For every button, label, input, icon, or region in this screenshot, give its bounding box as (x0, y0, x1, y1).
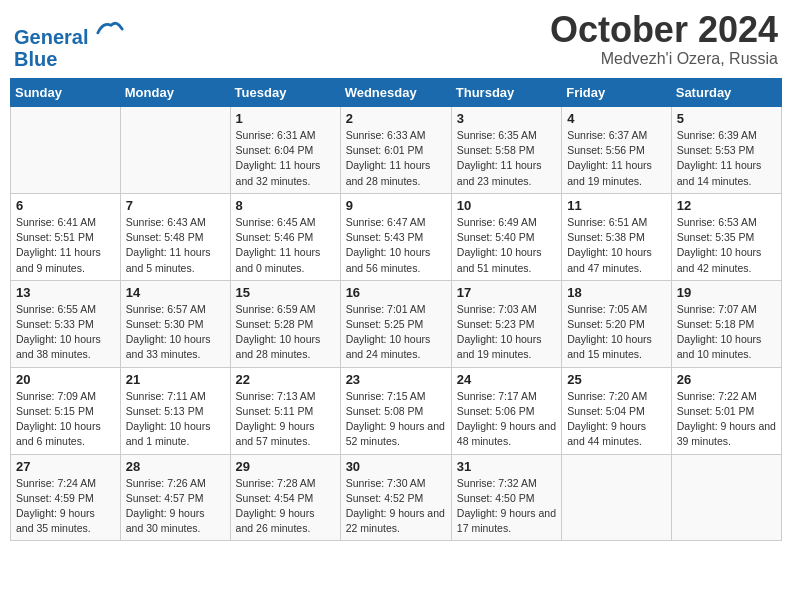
day-info: Sunrise: 7:13 AM Sunset: 5:11 PM Dayligh… (236, 389, 335, 450)
column-header-wednesday: Wednesday (340, 79, 451, 107)
calendar-cell: 16Sunrise: 7:01 AM Sunset: 5:25 PM Dayli… (340, 280, 451, 367)
day-info: Sunrise: 6:45 AM Sunset: 5:46 PM Dayligh… (236, 215, 335, 276)
calendar-cell: 18Sunrise: 7:05 AM Sunset: 5:20 PM Dayli… (562, 280, 672, 367)
day-info: Sunrise: 7:01 AM Sunset: 5:25 PM Dayligh… (346, 302, 446, 363)
day-number: 6 (16, 198, 115, 213)
calendar-cell: 13Sunrise: 6:55 AM Sunset: 5:33 PM Dayli… (11, 280, 121, 367)
column-header-sunday: Sunday (11, 79, 121, 107)
day-number: 26 (677, 372, 776, 387)
calendar-cell: 21Sunrise: 7:11 AM Sunset: 5:13 PM Dayli… (120, 367, 230, 454)
day-number: 14 (126, 285, 225, 300)
day-number: 5 (677, 111, 776, 126)
day-info: Sunrise: 6:59 AM Sunset: 5:28 PM Dayligh… (236, 302, 335, 363)
day-number: 21 (126, 372, 225, 387)
calendar-cell: 3Sunrise: 6:35 AM Sunset: 5:58 PM Daylig… (451, 107, 561, 194)
calendar-cell: 27Sunrise: 7:24 AM Sunset: 4:59 PM Dayli… (11, 454, 121, 541)
week-row-5: 27Sunrise: 7:24 AM Sunset: 4:59 PM Dayli… (11, 454, 782, 541)
calendar-cell: 4Sunrise: 6:37 AM Sunset: 5:56 PM Daylig… (562, 107, 672, 194)
calendar-cell: 14Sunrise: 6:57 AM Sunset: 5:30 PM Dayli… (120, 280, 230, 367)
day-info: Sunrise: 7:24 AM Sunset: 4:59 PM Dayligh… (16, 476, 115, 537)
day-info: Sunrise: 7:17 AM Sunset: 5:06 PM Dayligh… (457, 389, 556, 450)
calendar-cell (671, 454, 781, 541)
day-number: 13 (16, 285, 115, 300)
day-info: Sunrise: 6:47 AM Sunset: 5:43 PM Dayligh… (346, 215, 446, 276)
calendar-cell: 10Sunrise: 6:49 AM Sunset: 5:40 PM Dayli… (451, 193, 561, 280)
location: Medvezh'i Ozera, Russia (550, 50, 778, 68)
day-number: 10 (457, 198, 556, 213)
day-number: 3 (457, 111, 556, 126)
day-number: 8 (236, 198, 335, 213)
calendar-cell (11, 107, 121, 194)
day-info: Sunrise: 7:11 AM Sunset: 5:13 PM Dayligh… (126, 389, 225, 450)
calendar-cell: 2Sunrise: 6:33 AM Sunset: 6:01 PM Daylig… (340, 107, 451, 194)
calendar-cell: 8Sunrise: 6:45 AM Sunset: 5:46 PM Daylig… (230, 193, 340, 280)
logo-icon (96, 16, 124, 44)
calendar-cell: 22Sunrise: 7:13 AM Sunset: 5:11 PM Dayli… (230, 367, 340, 454)
day-info: Sunrise: 6:37 AM Sunset: 5:56 PM Dayligh… (567, 128, 666, 189)
day-info: Sunrise: 6:53 AM Sunset: 5:35 PM Dayligh… (677, 215, 776, 276)
calendar-cell: 6Sunrise: 6:41 AM Sunset: 5:51 PM Daylig… (11, 193, 121, 280)
day-info: Sunrise: 7:15 AM Sunset: 5:08 PM Dayligh… (346, 389, 446, 450)
day-number: 9 (346, 198, 446, 213)
calendar-table: SundayMondayTuesdayWednesdayThursdayFrid… (10, 78, 782, 541)
calendar-cell: 28Sunrise: 7:26 AM Sunset: 4:57 PM Dayli… (120, 454, 230, 541)
day-info: Sunrise: 6:33 AM Sunset: 6:01 PM Dayligh… (346, 128, 446, 189)
day-info: Sunrise: 6:41 AM Sunset: 5:51 PM Dayligh… (16, 215, 115, 276)
day-info: Sunrise: 6:31 AM Sunset: 6:04 PM Dayligh… (236, 128, 335, 189)
day-number: 11 (567, 198, 666, 213)
day-number: 30 (346, 459, 446, 474)
week-row-4: 20Sunrise: 7:09 AM Sunset: 5:15 PM Dayli… (11, 367, 782, 454)
day-number: 15 (236, 285, 335, 300)
column-header-saturday: Saturday (671, 79, 781, 107)
day-info: Sunrise: 6:35 AM Sunset: 5:58 PM Dayligh… (457, 128, 556, 189)
month-title: October 2024 (550, 10, 778, 50)
day-number: 28 (126, 459, 225, 474)
day-info: Sunrise: 7:03 AM Sunset: 5:23 PM Dayligh… (457, 302, 556, 363)
calendar-cell: 31Sunrise: 7:32 AM Sunset: 4:50 PM Dayli… (451, 454, 561, 541)
calendar-cell: 5Sunrise: 6:39 AM Sunset: 5:53 PM Daylig… (671, 107, 781, 194)
calendar-cell: 17Sunrise: 7:03 AM Sunset: 5:23 PM Dayli… (451, 280, 561, 367)
calendar-cell: 30Sunrise: 7:30 AM Sunset: 4:52 PM Dayli… (340, 454, 451, 541)
day-number: 22 (236, 372, 335, 387)
calendar-cell: 24Sunrise: 7:17 AM Sunset: 5:06 PM Dayli… (451, 367, 561, 454)
day-number: 24 (457, 372, 556, 387)
day-number: 20 (16, 372, 115, 387)
calendar-cell (562, 454, 672, 541)
week-row-3: 13Sunrise: 6:55 AM Sunset: 5:33 PM Dayli… (11, 280, 782, 367)
day-info: Sunrise: 7:07 AM Sunset: 5:18 PM Dayligh… (677, 302, 776, 363)
day-info: Sunrise: 7:20 AM Sunset: 5:04 PM Dayligh… (567, 389, 666, 450)
day-info: Sunrise: 6:55 AM Sunset: 5:33 PM Dayligh… (16, 302, 115, 363)
day-info: Sunrise: 6:57 AM Sunset: 5:30 PM Dayligh… (126, 302, 225, 363)
calendar-body: 1Sunrise: 6:31 AM Sunset: 6:04 PM Daylig… (11, 107, 782, 541)
day-number: 31 (457, 459, 556, 474)
day-info: Sunrise: 6:39 AM Sunset: 5:53 PM Dayligh… (677, 128, 776, 189)
day-number: 7 (126, 198, 225, 213)
day-number: 17 (457, 285, 556, 300)
day-info: Sunrise: 7:05 AM Sunset: 5:20 PM Dayligh… (567, 302, 666, 363)
calendar-cell: 20Sunrise: 7:09 AM Sunset: 5:15 PM Dayli… (11, 367, 121, 454)
day-info: Sunrise: 6:51 AM Sunset: 5:38 PM Dayligh… (567, 215, 666, 276)
calendar-cell: 26Sunrise: 7:22 AM Sunset: 5:01 PM Dayli… (671, 367, 781, 454)
column-header-monday: Monday (120, 79, 230, 107)
day-number: 4 (567, 111, 666, 126)
day-number: 25 (567, 372, 666, 387)
day-number: 2 (346, 111, 446, 126)
calendar-cell: 1Sunrise: 6:31 AM Sunset: 6:04 PM Daylig… (230, 107, 340, 194)
calendar-cell: 19Sunrise: 7:07 AM Sunset: 5:18 PM Dayli… (671, 280, 781, 367)
calendar-cell: 11Sunrise: 6:51 AM Sunset: 5:38 PM Dayli… (562, 193, 672, 280)
calendar-cell: 23Sunrise: 7:15 AM Sunset: 5:08 PM Dayli… (340, 367, 451, 454)
week-row-2: 6Sunrise: 6:41 AM Sunset: 5:51 PM Daylig… (11, 193, 782, 280)
day-info: Sunrise: 7:28 AM Sunset: 4:54 PM Dayligh… (236, 476, 335, 537)
day-number: 19 (677, 285, 776, 300)
day-info: Sunrise: 6:43 AM Sunset: 5:48 PM Dayligh… (126, 215, 225, 276)
calendar-header-row: SundayMondayTuesdayWednesdayThursdayFrid… (11, 79, 782, 107)
title-block: October 2024 Medvezh'i Ozera, Russia (550, 10, 778, 68)
column-header-thursday: Thursday (451, 79, 561, 107)
day-info: Sunrise: 7:32 AM Sunset: 4:50 PM Dayligh… (457, 476, 556, 537)
calendar-cell: 7Sunrise: 6:43 AM Sunset: 5:48 PM Daylig… (120, 193, 230, 280)
calendar-cell: 29Sunrise: 7:28 AM Sunset: 4:54 PM Dayli… (230, 454, 340, 541)
day-info: Sunrise: 7:26 AM Sunset: 4:57 PM Dayligh… (126, 476, 225, 537)
column-header-tuesday: Tuesday (230, 79, 340, 107)
day-info: Sunrise: 7:30 AM Sunset: 4:52 PM Dayligh… (346, 476, 446, 537)
day-number: 18 (567, 285, 666, 300)
